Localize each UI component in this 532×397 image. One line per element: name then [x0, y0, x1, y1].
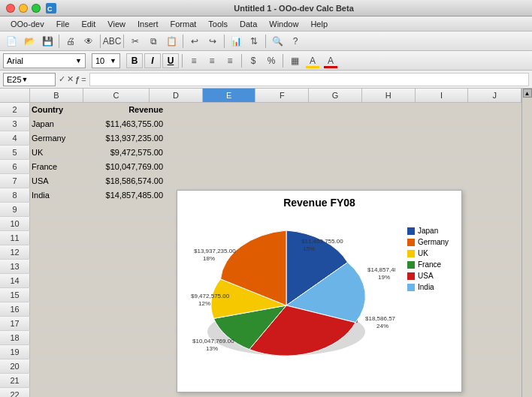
function-wizard-icon[interactable]: ƒ	[75, 75, 80, 84]
row-header[interactable]: 10	[0, 217, 30, 230]
cell-B8[interactable]: India	[30, 188, 90, 202]
font-size-selector[interactable]: 10 ▼	[92, 53, 120, 68]
cell-B20[interactable]	[30, 359, 90, 373]
row-header[interactable]: 17	[0, 317, 30, 330]
new-icon[interactable]: 📄	[3, 33, 20, 50]
cell-D2[interactable]	[165, 103, 225, 116]
menu-tools[interactable]: Tools	[202, 18, 234, 30]
formula-input[interactable]	[89, 73, 529, 86]
cell-B19[interactable]	[30, 345, 90, 359]
font-dropdown-icon[interactable]: ▼	[75, 57, 82, 65]
cell-I2[interactable]	[466, 103, 521, 116]
cell-D4[interactable]	[165, 131, 225, 145]
row-header[interactable]: 15	[0, 288, 30, 302]
fill-color-icon[interactable]: A	[304, 53, 321, 69]
cell-B11[interactable]	[30, 231, 90, 245]
cell-E4[interactable]	[225, 131, 286, 145]
vertical-scrollbar[interactable]: ▲ ▼	[521, 89, 532, 397]
table-row[interactable]: 3Japan$11,463,755.00	[0, 117, 521, 131]
cell-I12[interactable]	[466, 245, 521, 259]
cell-E7[interactable]	[225, 174, 286, 188]
close-button[interactable]	[6, 4, 15, 13]
col-header-i[interactable]: I	[416, 89, 469, 102]
cell-D7[interactable]	[165, 174, 225, 188]
cell-G7[interactable]	[346, 174, 406, 188]
menu-data[interactable]: Data	[234, 18, 263, 30]
table-row[interactable]: 6France$10,047,769.00	[0, 160, 521, 174]
cell-H3[interactable]	[406, 117, 466, 131]
row-header[interactable]: 6	[0, 160, 30, 173]
cell-I19[interactable]	[466, 345, 521, 359]
cell-B5[interactable]: UK	[30, 146, 90, 159]
cell-C4[interactable]: $13,937,235.00	[90, 131, 165, 145]
cell-H6[interactable]	[406, 160, 466, 173]
cell-C13[interactable]	[90, 260, 165, 273]
chart-icon[interactable]: 📊	[228, 33, 244, 50]
cell-F4[interactable]	[286, 131, 346, 145]
cell-C9[interactable]	[90, 203, 165, 216]
row-header[interactable]: 14	[0, 274, 30, 287]
row-header[interactable]: 11	[0, 231, 30, 245]
cell-B3[interactable]: Japan	[30, 117, 90, 131]
cell-C10[interactable]	[90, 217, 165, 230]
cell-D3[interactable]	[165, 117, 225, 131]
cell-I3[interactable]	[466, 117, 521, 131]
cell-C7[interactable]: $18,586,574.00	[90, 174, 165, 188]
size-dropdown-icon[interactable]: ▼	[110, 57, 116, 65]
help-icon[interactable]: ?	[287, 33, 304, 50]
cell-G2[interactable]	[346, 103, 406, 116]
cell-D6[interactable]	[165, 160, 225, 173]
table-row[interactable]: 4Germany$13,937,235.00	[0, 131, 521, 146]
currency-icon[interactable]: $	[245, 53, 261, 69]
table-row[interactable]: 5UK$9,472,575.00	[0, 146, 521, 160]
cell-B6[interactable]: France	[30, 160, 90, 173]
save-icon[interactable]: 💾	[39, 33, 56, 50]
cell-B4[interactable]: Germany	[30, 131, 90, 145]
cell-B9[interactable]	[30, 203, 90, 216]
minimize-button[interactable]	[19, 4, 28, 13]
copy-icon[interactable]: ⧉	[145, 33, 162, 50]
menu-insert[interactable]: Insert	[131, 18, 165, 30]
cell-I16[interactable]	[466, 302, 521, 316]
percent-icon[interactable]: %	[263, 53, 280, 69]
cell-B18[interactable]	[30, 331, 90, 344]
formula-controls[interactable]: ✓ ✕ ƒ =	[59, 74, 86, 84]
row-header[interactable]: 18	[0, 331, 30, 344]
redo-icon[interactable]: ↪	[204, 33, 221, 50]
cell-I5[interactable]	[466, 146, 521, 159]
cell-F6[interactable]	[286, 160, 346, 173]
font-selector[interactable]: Arial ▼	[3, 53, 86, 68]
font-color-icon[interactable]: A	[322, 53, 339, 69]
cell-B2[interactable]: Country	[30, 103, 90, 116]
cell-C12[interactable]	[90, 245, 165, 259]
cell-C6[interactable]: $10,047,769.00	[90, 160, 165, 173]
find-icon[interactable]: 🔍	[269, 33, 286, 50]
window-controls[interactable]	[6, 4, 41, 13]
row-header[interactable]: 3	[0, 117, 30, 131]
underline-button[interactable]: U	[162, 53, 179, 68]
cell-I13[interactable]	[466, 260, 521, 273]
cell-F2[interactable]	[286, 103, 346, 116]
formula-reject-icon[interactable]: ✕	[67, 74, 74, 84]
cell-F3[interactable]	[286, 117, 346, 131]
align-left-icon[interactable]: ≡	[186, 53, 202, 69]
col-header-g[interactable]: G	[309, 89, 362, 102]
cell-I10[interactable]	[466, 217, 521, 230]
row-header[interactable]: 8	[0, 188, 30, 202]
cell-C16[interactable]	[90, 302, 165, 316]
cell-H2[interactable]	[406, 103, 466, 116]
cell-C5[interactable]: $9,472,575.00	[90, 146, 165, 159]
cell-G4[interactable]	[346, 131, 406, 145]
formula-accept-icon[interactable]: ✓	[59, 74, 65, 84]
cell-ref-dropdown[interactable]: ▼	[22, 76, 29, 83]
menu-format[interactable]: Format	[165, 18, 203, 30]
cell-G6[interactable]	[346, 160, 406, 173]
cell-C8[interactable]: $14,857,485.00	[90, 188, 165, 202]
table-row[interactable]: 2CountryRevenue	[0, 103, 521, 117]
cell-I21[interactable]	[466, 374, 521, 387]
menu-app[interactable]: OOo-dev	[5, 18, 50, 30]
border-icon[interactable]: ▦	[286, 53, 303, 69]
cell-I14[interactable]	[466, 274, 521, 287]
undo-icon[interactable]: ↩	[186, 33, 203, 50]
cell-I9[interactable]	[466, 203, 521, 216]
